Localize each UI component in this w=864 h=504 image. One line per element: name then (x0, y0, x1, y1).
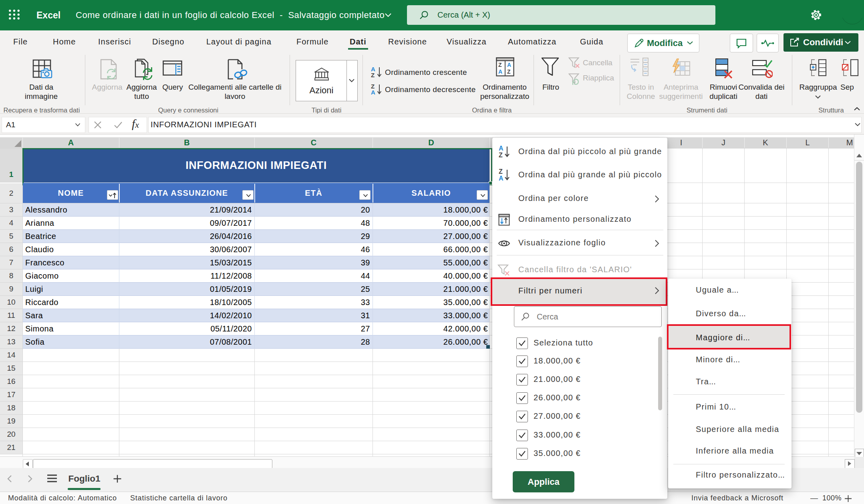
svg-text:A: A (371, 89, 375, 95)
svg-text:Z: Z (499, 169, 503, 175)
svg-text:A: A (507, 62, 511, 68)
svg-text:Z: Z (499, 152, 503, 158)
svg-text:Z: Z (371, 72, 375, 78)
svg-text:A: A (499, 175, 503, 181)
svg-text:Z: Z (507, 68, 511, 75)
svg-text:A: A (498, 68, 502, 75)
svg-text:Z: Z (498, 62, 502, 68)
svg-text:A: A (499, 145, 503, 152)
